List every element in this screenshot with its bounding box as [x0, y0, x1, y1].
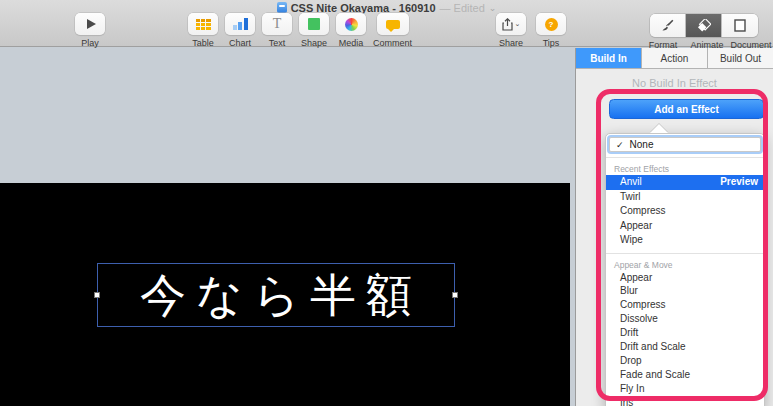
effect-option-dissolve[interactable]: Dissolve [606, 312, 764, 326]
effect-option-iris[interactable]: Iris [606, 396, 764, 406]
table-label: Table [192, 38, 214, 48]
appear-move-header: Appear & Move [606, 260, 764, 271]
build-tabbar: Build In Action Build Out [576, 48, 773, 69]
none-label: None [630, 139, 654, 150]
document-title: CSS Nite Okayama - 160910 [291, 2, 436, 14]
share-button[interactable]: ⌄ [496, 13, 526, 35]
add-effect-button[interactable]: Add an Effect [609, 99, 764, 119]
tab-build-out[interactable]: Build Out [708, 48, 773, 68]
tab-build-in[interactable]: Build In [576, 48, 642, 68]
selected-textbox[interactable]: 今なら半額 [97, 263, 455, 327]
tips-button[interactable]: ? [536, 13, 566, 35]
selection-handle-right[interactable] [452, 292, 458, 298]
popover-divider [606, 157, 764, 158]
no-effect-message: No Build In Effect [576, 77, 773, 89]
effect-option-twirl[interactable]: Twirl [606, 190, 764, 205]
shape-icon [308, 18, 320, 30]
media-button[interactable] [336, 13, 366, 35]
document-label: Document [729, 40, 773, 50]
media-icon [345, 18, 358, 31]
play-button[interactable] [75, 13, 105, 35]
document-page-icon [734, 19, 746, 32]
effect-option-none[interactable]: ✓ None [609, 137, 761, 152]
panel-switcher [650, 14, 758, 37]
panel-switcher-labels: Format Animate Document [641, 40, 773, 50]
format-brush-icon [661, 19, 674, 32]
tips-label: Tips [543, 38, 560, 48]
effect-option-fly-in[interactable]: Fly In [606, 382, 764, 396]
text-icon: T [273, 17, 282, 31]
format-button[interactable] [650, 14, 686, 37]
effect-option-appear[interactable]: Appear [606, 271, 764, 285]
effect-option-fade-and-scale[interactable]: Fade and Scale [606, 368, 764, 382]
shape-label: Shape [301, 38, 327, 48]
slide-text: 今なら半額 [130, 272, 422, 318]
effect-label: Anvil [620, 175, 642, 190]
animate-button[interactable] [686, 14, 722, 37]
comment-label: Comment [373, 38, 412, 48]
effect-option-compress-recent[interactable]: Compress [606, 204, 764, 219]
table-button[interactable] [188, 13, 218, 35]
shape-button[interactable] [299, 13, 329, 35]
play-icon [87, 19, 96, 29]
animate-label: Animate [685, 40, 729, 50]
document-button[interactable] [722, 14, 758, 37]
effects-popover: ✓ None Recent Effects Anvil Preview Twir… [605, 133, 765, 406]
preview-button[interactable]: Preview [720, 175, 758, 190]
keynote-document-icon [277, 2, 287, 13]
share-icon [502, 18, 513, 31]
effect-option-drift-and-scale[interactable]: Drift and Scale [606, 340, 764, 354]
tab-action[interactable]: Action [642, 48, 708, 68]
title-chevron-down-icon[interactable]: ⌄ [489, 3, 497, 13]
text-label: Text [269, 38, 286, 48]
effect-option-wipe[interactable]: Wipe [606, 233, 764, 248]
tips-question-icon: ? [545, 18, 558, 31]
effect-option-drop[interactable]: Drop [606, 354, 764, 368]
effect-option-anvil[interactable]: Anvil Preview [606, 175, 764, 190]
effect-option-compress[interactable]: Compress [606, 298, 764, 312]
chart-icon [233, 18, 248, 30]
effect-option-appear-recent[interactable]: Appear [606, 219, 764, 234]
slide-canvas[interactable] [0, 48, 575, 406]
chart-button[interactable] [225, 13, 255, 35]
edited-status: — Edited [440, 2, 485, 14]
share-label: Share [499, 38, 523, 48]
play-label: Play [81, 38, 99, 48]
effect-option-blur[interactable]: Blur [606, 284, 764, 298]
selection-handle-left[interactable] [94, 292, 100, 298]
toolbar: CSS Nite Okayama - 160910 — Edited ⌄ Pla… [0, 0, 773, 47]
share-chevron-down-icon: ⌄ [515, 20, 521, 28]
format-label: Format [641, 40, 685, 50]
comment-icon [386, 20, 400, 29]
table-icon [196, 19, 211, 30]
effect-option-drift[interactable]: Drift [606, 326, 764, 340]
media-label: Media [339, 38, 364, 48]
comment-button[interactable] [377, 13, 409, 35]
popover-divider [606, 253, 764, 254]
popover-arrow [650, 124, 668, 133]
recent-effects-header: Recent Effects [606, 164, 764, 175]
checkmark-icon: ✓ [616, 140, 624, 150]
text-button[interactable]: T [262, 13, 292, 35]
animate-sidebar: Build In Action Build Out No Build In Ef… [575, 48, 773, 406]
animate-diamond-icon [697, 19, 711, 33]
chart-label: Chart [229, 38, 251, 48]
